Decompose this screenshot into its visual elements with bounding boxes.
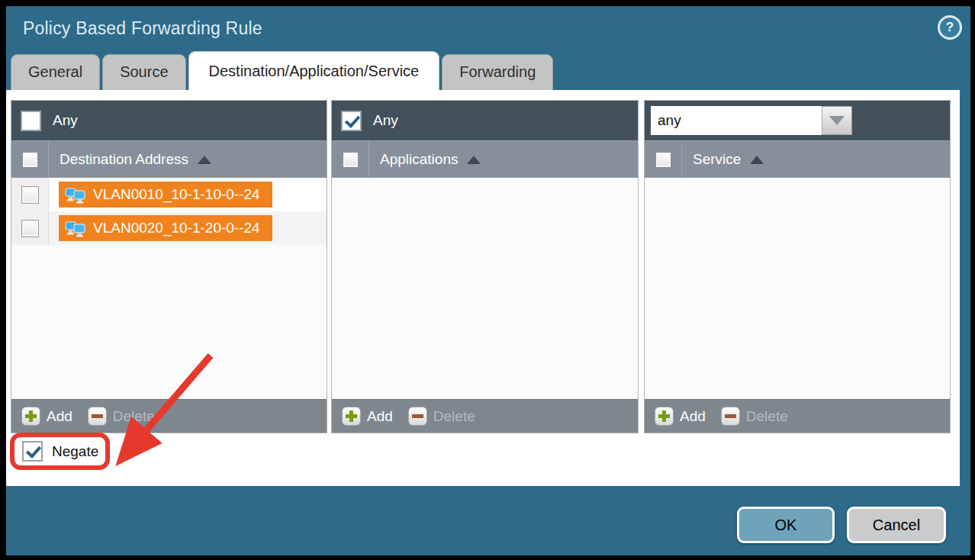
service-dropdown-bar: any <box>645 101 950 140</box>
add-icon <box>342 407 361 426</box>
tab-source[interactable]: Source <box>102 54 185 90</box>
cancel-button[interactable]: Cancel <box>847 507 946 543</box>
add-button[interactable]: Add <box>21 407 72 426</box>
delete-button[interactable]: Delete <box>721 407 788 426</box>
sort-asc-icon <box>198 156 211 164</box>
destination-column-label: Destination Address <box>60 151 188 168</box>
service-actions-bar: Add Delete <box>645 399 950 433</box>
delete-icon <box>88 407 107 426</box>
service-column-label: Service <box>693 151 741 168</box>
pbf-rule-dialog: Policy Based Forwarding Rule General Sou… <box>6 6 970 555</box>
applications-actions-bar: Add Delete <box>332 399 638 433</box>
negate-label: Negate <box>52 443 98 460</box>
tab-destination-application-service[interactable]: Destination/Application/Service <box>188 51 440 90</box>
address-object-name: VLAN0020_10-1-20-0--24 <box>93 220 260 237</box>
address-object-tag[interactable]: VLAN0020_10-1-20-0--24 <box>59 215 272 241</box>
delete-button[interactable]: Delete <box>88 407 155 426</box>
destination-select-all-checkbox[interactable] <box>22 152 38 168</box>
destination-any-checkbox[interactable] <box>21 111 41 131</box>
service-type-dropdown[interactable]: any <box>651 106 852 135</box>
network-group-icon <box>65 185 86 204</box>
destination-column-header[interactable]: Destination Address <box>11 140 327 178</box>
add-button[interactable]: Add <box>655 407 706 426</box>
service-panel: any Service Add <box>644 100 951 433</box>
delete-icon <box>408 407 427 426</box>
tab-content: Any Destination Address <box>6 90 960 486</box>
negate-annotation-box: Negate <box>10 433 110 470</box>
add-icon <box>655 407 674 426</box>
table-row[interactable]: VLAN0010_10-1-10-0--24 <box>11 178 327 211</box>
negate-checkbox[interactable] <box>22 441 43 462</box>
applications-select-all-checkbox[interactable] <box>343 152 359 168</box>
sort-asc-icon <box>750 156 764 164</box>
tab-bar: General Source Destination/Application/S… <box>11 50 555 90</box>
help-icon[interactable] <box>938 15 962 40</box>
applications-column-label: Applications <box>380 151 458 168</box>
applications-list <box>332 178 638 399</box>
applications-column-header[interactable]: Applications <box>332 140 638 178</box>
destination-actions-bar: Add Delete <box>11 399 327 433</box>
ok-button[interactable]: OK <box>737 507 835 543</box>
address-object-tag[interactable]: VLAN0010_10-1-10-0--24 <box>59 182 272 208</box>
service-select-all-checkbox[interactable] <box>655 152 671 168</box>
table-row[interactable]: VLAN0020_10-1-20-0--24 <box>11 211 327 245</box>
row-checkbox[interactable] <box>21 220 39 237</box>
address-object-name: VLAN0010_10-1-10-0--24 <box>93 186 260 203</box>
service-list <box>645 178 950 399</box>
applications-any-label: Any <box>373 112 398 129</box>
applications-any-checkbox[interactable] <box>341 111 362 131</box>
destination-any-bar: Any <box>11 101 327 140</box>
network-group-icon <box>65 219 86 237</box>
add-button[interactable]: Add <box>342 407 393 426</box>
service-type-value: any <box>651 106 822 135</box>
add-icon <box>21 407 40 426</box>
sort-asc-icon <box>467 156 481 164</box>
applications-any-bar: Any <box>332 101 638 140</box>
delete-button[interactable]: Delete <box>408 407 475 426</box>
service-column-header[interactable]: Service <box>645 140 950 178</box>
tab-forwarding[interactable]: Forwarding <box>442 54 553 90</box>
tab-general[interactable]: General <box>11 54 100 90</box>
dropdown-button[interactable] <box>822 106 852 135</box>
destination-list: VLAN0010_10-1-10-0--24 <box>11 178 327 399</box>
dialog-title: Policy Based Forwarding Rule <box>23 18 262 39</box>
chevron-down-icon <box>829 116 845 125</box>
row-checkbox[interactable] <box>21 186 39 204</box>
destination-address-panel: Any Destination Address <box>11 100 327 433</box>
delete-icon <box>721 407 740 426</box>
destination-any-label: Any <box>53 112 78 129</box>
applications-panel: Any Applications Add Delete <box>331 100 639 433</box>
